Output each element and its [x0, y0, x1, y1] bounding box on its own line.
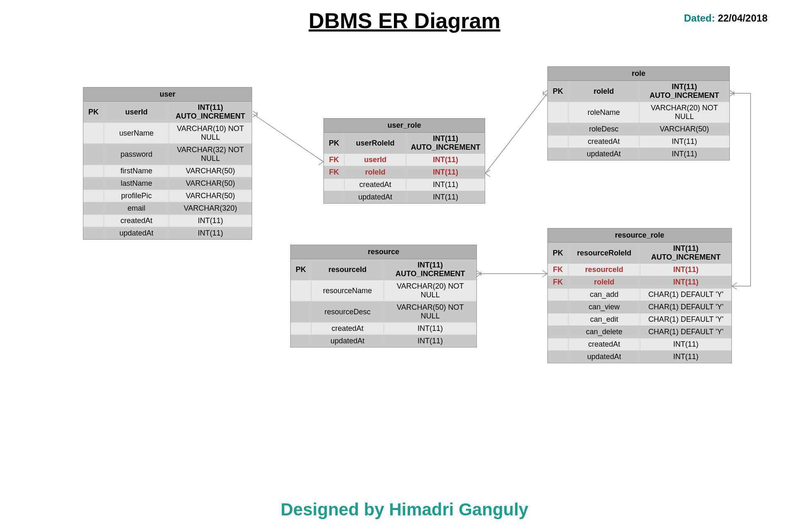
entity-row: can_addCHAR(1) DEFAULT 'Y' [548, 289, 731, 301]
entity-row: roleDescVARCHAR(50) [548, 123, 729, 136]
col-name: updatedAt [568, 148, 639, 160]
entity-title: user_role [324, 119, 485, 133]
col-key: FK [324, 154, 345, 166]
entity-row: resourceNameVARCHAR(20) NOT NULL [291, 280, 476, 301]
col-key: PK [324, 133, 345, 153]
entity-row: FKuserIdINT(11) [324, 154, 485, 166]
col-name: resourceRoleId [568, 243, 640, 263]
entity-row: roleNameVARCHAR(20) NOT NULL [548, 102, 729, 123]
col-name: userName [104, 123, 169, 143]
entity-row: can_editCHAR(1) DEFAULT 'Y' [548, 313, 731, 326]
col-name: lastName [104, 177, 169, 189]
col-key: PK [548, 243, 568, 263]
col-type: VARCHAR(50) [639, 123, 729, 135]
col-name: updatedAt [568, 351, 640, 363]
entity-row: resourceDescVARCHAR(50) NOT NULL [291, 301, 476, 323]
col-type: INT(11) AUTO_INCREMENT [406, 133, 485, 153]
col-name: can_add [568, 289, 640, 301]
col-key [548, 102, 568, 123]
col-type: INT(11) [640, 351, 731, 363]
col-type: VARCHAR(50) [169, 165, 252, 177]
entity-user_role: user_rolePKuserRoleIdINT(11) AUTO_INCREM… [323, 118, 485, 204]
col-name: userId [345, 154, 406, 166]
entity-header-row: PKresourceIdINT(11) AUTO_INCREMENT [291, 259, 476, 280]
col-key [548, 351, 568, 363]
col-name: email [104, 202, 169, 214]
entity-row: createdAtINT(11) [324, 179, 485, 191]
entity-row: emailVARCHAR(320) [83, 202, 252, 215]
entity-header-row: PKuserRoleIdINT(11) AUTO_INCREMENT [324, 133, 485, 154]
col-type: VARCHAR(32) NOT NULL [169, 144, 252, 165]
col-name: roleDesc [568, 123, 639, 135]
col-key: FK [548, 276, 568, 288]
col-key [83, 202, 104, 214]
col-type: VARCHAR(20) NOT NULL [639, 102, 729, 123]
col-key [291, 323, 311, 335]
col-key [83, 123, 104, 143]
entity-row: FKresourceIdINT(11) [548, 264, 731, 276]
col-name: can_delete [568, 326, 640, 338]
col-type: VARCHAR(10) NOT NULL [169, 123, 252, 143]
col-key: PK [83, 102, 104, 122]
entity-user: userPKuserIdINT(11) AUTO_INCREMENTuserNa… [83, 87, 252, 240]
svg-line-0 [253, 114, 323, 162]
dated-label: Dated [684, 12, 712, 24]
col-key [83, 177, 104, 189]
entity-row: createdAtINT(11) [83, 215, 252, 227]
col-type: INT(11) [406, 191, 485, 203]
col-name: createdAt [568, 136, 639, 148]
col-type: INT(11) AUTO_INCREMENT [169, 102, 252, 122]
entity-row: FKroleIdINT(11) [324, 166, 485, 179]
entity-row: createdAtINT(11) [548, 338, 731, 351]
col-type: INT(11) [639, 148, 729, 160]
col-type: VARCHAR(50) [169, 177, 252, 189]
col-type: INT(11) AUTO_INCREMENT [640, 243, 731, 263]
col-type: INT(11) [169, 215, 252, 227]
col-key: FK [324, 166, 345, 178]
col-key [83, 144, 104, 165]
entity-row: FKroleIdINT(11) [548, 276, 731, 289]
entity-row: updatedAtINT(11) [83, 227, 252, 239]
col-key [291, 301, 311, 322]
col-name: password [104, 144, 169, 165]
col-name: resourceDesc [311, 301, 384, 322]
col-key [324, 191, 345, 203]
col-type: INT(11) [640, 264, 731, 276]
entity-title: role [548, 67, 729, 81]
entity-row: updatedAtINT(11) [548, 351, 731, 363]
col-name: resourceId [568, 264, 640, 276]
col-key [83, 215, 104, 227]
col-key [548, 338, 568, 350]
col-type: CHAR(1) DEFAULT 'Y' [640, 301, 731, 313]
col-key: FK [548, 264, 568, 276]
col-name: roleId [568, 276, 640, 288]
col-key [291, 335, 311, 347]
col-key [324, 179, 345, 191]
page-title: DBMS ER Diagram [309, 9, 500, 33]
col-type: VARCHAR(50) NOT NULL [384, 301, 476, 322]
entity-row: updatedAtINT(11) [548, 148, 729, 160]
entity-row: profilePicVARCHAR(50) [83, 190, 252, 202]
col-name: firstName [104, 165, 169, 177]
col-type: VARCHAR(320) [169, 202, 252, 214]
dated-text: Dated: 22/04/2018 [684, 12, 768, 24]
col-type: INT(11) [406, 154, 485, 166]
entity-resource_role: resource_rolePKresourceRoleIdINT(11) AUT… [547, 228, 732, 363]
col-type: INT(11) [384, 323, 476, 335]
col-name: createdAt [104, 215, 169, 227]
col-name: userId [104, 102, 169, 122]
col-key [548, 301, 568, 313]
col-name: createdAt [311, 323, 384, 335]
entity-row: updatedAtINT(11) [324, 191, 485, 203]
col-name: can_edit [568, 313, 640, 326]
col-name: updatedAt [104, 227, 169, 239]
entity-role: rolePKroleIdINT(11) AUTO_INCREMENTroleNa… [547, 66, 730, 160]
entity-row: lastNameVARCHAR(50) [83, 177, 252, 190]
col-key [83, 227, 104, 239]
col-key [83, 190, 104, 202]
col-key: PK [548, 81, 568, 102]
col-type: VARCHAR(20) NOT NULL [384, 280, 476, 301]
col-type: CHAR(1) DEFAULT 'Y' [640, 289, 731, 301]
entity-row: can_viewCHAR(1) DEFAULT 'Y' [548, 301, 731, 313]
col-type: INT(11) [639, 136, 729, 148]
